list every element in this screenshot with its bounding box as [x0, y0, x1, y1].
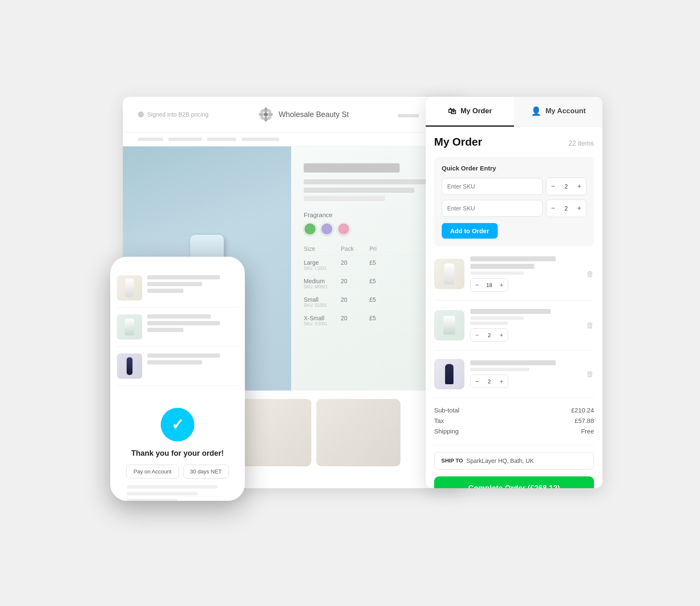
swatch-purple[interactable]	[321, 223, 333, 235]
delete-item-1[interactable]: 🗑	[586, 270, 594, 279]
item-name-bar-1	[470, 256, 556, 261]
order-panel: 🛍 My Order 👤 My Account My Order 22 item…	[426, 97, 602, 488]
phone-line-2	[127, 492, 198, 495]
row-2-price: £5	[369, 278, 395, 289]
tab-my-order[interactable]: 🛍 My Order	[426, 97, 514, 127]
subtotal-value: £210.24	[571, 407, 594, 414]
phone-success-section: ✓ Thank you for your order! Pay on Accou…	[110, 398, 245, 501]
row-2-size: Medium	[304, 278, 325, 284]
qty-increase-1[interactable]: +	[573, 178, 586, 195]
order-title-row: My Order 22 items	[434, 136, 594, 149]
phone-bottom-lines	[119, 485, 236, 501]
item-qty-increase-3[interactable]: +	[495, 375, 508, 388]
qty-control-2: − 2 +	[546, 199, 586, 217]
phone-bar-2a	[147, 314, 211, 319]
nav-item-4	[241, 138, 279, 141]
phone-line-1	[127, 485, 218, 489]
order-item-image-1	[434, 259, 464, 289]
order-item-image-3	[434, 359, 464, 389]
bottle-icon-1	[444, 263, 454, 284]
order-tabs: 🛍 My Order 👤 My Account	[426, 97, 602, 127]
row-3-sku: SKU: S1001	[304, 303, 337, 308]
store-logo: Wholesale Beauty St	[257, 106, 349, 123]
item-qty-decrease-2[interactable]: −	[471, 329, 483, 341]
order-item-info-1: − 18 +	[470, 256, 577, 292]
row-4-pack: 20	[341, 315, 366, 326]
ship-to-address: SparkLayer HQ, Bath, UK	[467, 457, 534, 464]
phone-bar-3b	[147, 360, 202, 364]
item-qty-increase-1[interactable]: +	[495, 279, 508, 291]
ship-to-box: SHIP TO SparkLayer HQ, Bath, UK	[434, 452, 594, 470]
order-body: My Order 22 items Quick Order Entry − 2 …	[426, 127, 602, 488]
bottle-icon-2	[443, 316, 455, 335]
item-name-bar-2	[470, 309, 551, 314]
swatch-pink[interactable]	[337, 223, 350, 235]
item-qty-val-2: 2	[483, 332, 495, 338]
order-item-info-3: − 2 +	[470, 360, 577, 388]
phone-item-2	[117, 314, 238, 347]
summary-subtotal: Sub-total £210.24	[434, 407, 594, 414]
qty-increase-2[interactable]: +	[573, 200, 586, 217]
svg-point-4	[268, 113, 273, 116]
pay-on-account-button[interactable]: Pay on Account	[126, 465, 178, 478]
order-item-3: − 2 + 🗑	[434, 359, 594, 398]
row-1-sku: SKU: L1001	[304, 266, 337, 271]
complete-order-button[interactable]: Complete Order (£268.12)	[434, 476, 594, 488]
phone-product-list	[110, 270, 245, 398]
phone-item-1	[117, 275, 238, 308]
item-qty-decrease-1[interactable]: −	[471, 279, 483, 291]
item-qty-row-3: − 2 +	[470, 375, 577, 388]
phone-item-img-1	[117, 275, 142, 300]
nav-bar	[123, 133, 464, 146]
sku-row-1: − 2 +	[442, 178, 586, 195]
item-qty-control-2: − 2 +	[470, 328, 508, 342]
person-icon: 👤	[531, 106, 541, 116]
order-item-image-2	[434, 310, 464, 340]
nav-item-2	[168, 138, 202, 141]
row-4-size: X-Small	[304, 315, 324, 322]
svg-point-2	[264, 117, 268, 122]
summary-tax: Tax £57.88	[434, 417, 594, 424]
my-account-tab-label: My Account	[546, 107, 586, 115]
col-size: Size	[304, 245, 337, 252]
delete-item-3[interactable]: 🗑	[586, 370, 594, 379]
phone-bar-1b	[147, 282, 202, 286]
phone-item-img-2	[117, 314, 142, 340]
col-pack: Pack	[341, 245, 366, 252]
item-name-bar-3	[470, 360, 556, 365]
add-to-order-button[interactable]: Add to Order	[442, 223, 498, 239]
gallery-thumb-3	[316, 399, 400, 466]
product-desc-2	[304, 188, 414, 193]
swatch-green[interactable]	[304, 223, 316, 235]
row-3-size: Small	[304, 296, 318, 303]
tax-value: £57.88	[575, 417, 594, 424]
phone-bar-3a	[147, 354, 220, 358]
website-header: Signed into B2B pricing Wholesale Beauty…	[123, 97, 464, 133]
qty-decrease-2[interactable]: −	[546, 200, 560, 217]
store-name: Wholesale Beauty St	[278, 110, 349, 119]
payment-buttons: Pay on Account 30 days NET	[126, 465, 229, 478]
phone-item-img-3	[117, 354, 142, 379]
shipping-label: Shipping	[434, 428, 459, 435]
bottle-icon-3	[445, 364, 453, 384]
sku-input-1[interactable]	[442, 178, 543, 195]
tab-my-account[interactable]: 👤 My Account	[514, 97, 602, 127]
order-item-count: 22 items	[569, 140, 594, 147]
item-qty-decrease-3[interactable]: −	[471, 375, 483, 388]
item-qty-val-1: 18	[483, 282, 495, 288]
row-2-sku: SKU: M0001	[304, 284, 337, 289]
order-item-2: − 2 + 🗑	[434, 309, 594, 351]
check-icon: ✓	[171, 416, 184, 433]
net-terms-button[interactable]: 30 days NET	[183, 465, 229, 478]
my-order-tab-label: My Order	[461, 107, 492, 115]
qty-decrease-1[interactable]: −	[546, 178, 560, 195]
phone-overlay: ✓ Thank you for your order! Pay on Accou…	[110, 257, 245, 501]
delete-item-2[interactable]: 🗑	[586, 321, 594, 330]
bag-icon: 🛍	[448, 106, 456, 116]
item-qty-row-1: − 18 +	[470, 278, 577, 292]
success-title: Thank you for your order!	[131, 449, 224, 458]
order-title: My Order	[434, 136, 482, 149]
sku-input-2[interactable]	[442, 200, 543, 217]
product-desc-1	[304, 179, 433, 184]
item-qty-increase-2[interactable]: +	[495, 329, 508, 341]
